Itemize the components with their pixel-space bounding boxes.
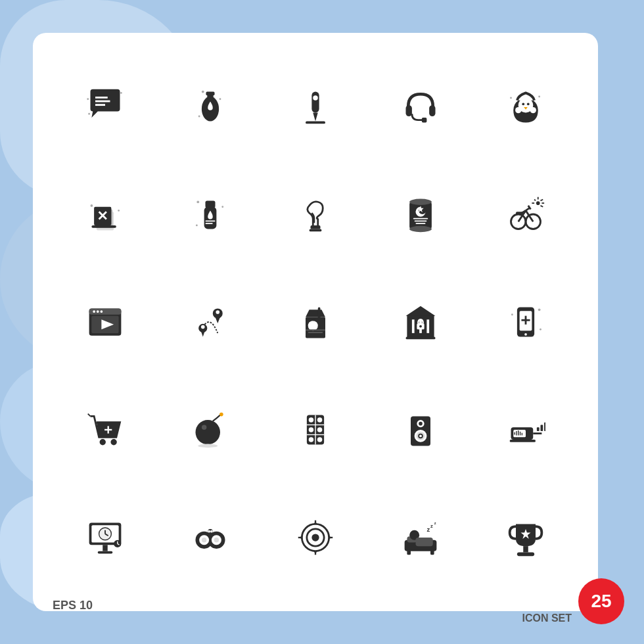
svg-rect-20: [429, 105, 435, 116]
svg-rect-89: [306, 329, 325, 331]
svg-text:z: z: [426, 526, 430, 533]
svg-point-124: [309, 437, 314, 442]
svg-rect-162: [208, 529, 213, 536]
svg-point-107: [100, 439, 106, 445]
icon-water-bottle: [164, 59, 256, 154]
svg-point-37: [118, 210, 120, 212]
svg-point-167: [311, 534, 319, 541]
icon-eid-mubarak: [375, 167, 467, 262]
svg-rect-137: [544, 423, 545, 431]
svg-point-115: [198, 444, 218, 448]
svg-rect-19: [406, 105, 412, 116]
icon-location-pins: [164, 275, 256, 369]
svg-point-122: [309, 427, 314, 432]
icon-game-controller: [164, 490, 256, 585]
svg-rect-179: [416, 538, 433, 546]
svg-line-69: [541, 206, 543, 207]
svg-marker-86: [306, 310, 325, 317]
icon-liquid-bottle: [164, 167, 256, 262]
svg-point-10: [219, 98, 221, 100]
svg-marker-16: [313, 112, 318, 121]
svg-point-114: [202, 425, 207, 430]
svg-rect-186: [517, 553, 534, 557]
svg-rect-17: [306, 122, 325, 124]
icon-delete-files: [59, 167, 151, 262]
svg-rect-144: [510, 440, 536, 442]
svg-point-123: [317, 427, 323, 432]
svg-rect-98: [406, 337, 436, 340]
svg-rect-21: [422, 118, 427, 123]
svg-point-80: [216, 310, 219, 314]
svg-marker-169: [313, 522, 317, 524]
svg-text:z: z: [434, 521, 436, 525]
badge-number: 25: [578, 578, 624, 624]
svg-point-105: [511, 313, 513, 315]
svg-point-27: [530, 107, 536, 113]
icon-energy-bulb: [269, 167, 361, 262]
svg-line-61: [526, 208, 530, 211]
svg-point-120: [309, 417, 314, 423]
svg-marker-92: [406, 306, 436, 316]
icon-set-label: ICON SET: [522, 612, 572, 624]
svg-point-18: [313, 95, 318, 101]
icon-dropper-tool: [269, 59, 361, 154]
icon-speakers: [375, 382, 467, 477]
svg-rect-46: [310, 229, 322, 232]
svg-point-24: [527, 103, 530, 105]
svg-point-108: [110, 439, 116, 445]
svg-point-6: [87, 98, 89, 100]
svg-rect-4: [95, 101, 110, 103]
svg-point-7: [120, 92, 122, 94]
icon-grid: z z z: [59, 59, 572, 585]
svg-point-29: [510, 97, 512, 99]
svg-rect-35: [91, 225, 116, 228]
svg-point-163: [208, 530, 210, 533]
svg-point-28: [538, 96, 540, 98]
svg-point-65: [536, 201, 540, 205]
svg-point-23: [522, 103, 524, 105]
svg-point-164: [210, 530, 213, 533]
icon-bomb: [164, 382, 256, 477]
eps-label: EPS 10: [53, 599, 93, 612]
svg-point-11: [198, 116, 200, 118]
svg-rect-14: [206, 92, 214, 96]
icon-trophy: [480, 490, 572, 585]
svg-point-75: [97, 310, 99, 313]
svg-rect-90: [308, 332, 323, 333]
svg-marker-81: [216, 317, 221, 323]
svg-line-111: [88, 414, 91, 417]
icon-add-phone: [480, 275, 572, 369]
svg-rect-135: [537, 427, 540, 431]
svg-rect-184: [430, 550, 434, 555]
svg-point-97: [419, 325, 422, 328]
icon-juice-box: [269, 275, 361, 369]
svg-point-101: [524, 333, 527, 336]
svg-rect-87: [318, 308, 321, 319]
svg-point-132: [419, 435, 422, 438]
svg-point-128: [419, 422, 423, 426]
svg-rect-44: [206, 223, 213, 224]
svg-point-40: [196, 224, 198, 226]
svg-rect-53: [413, 218, 428, 219]
svg-point-161: [214, 538, 219, 543]
svg-point-48: [409, 199, 432, 205]
svg-rect-138: [513, 430, 526, 437]
svg-point-39: [221, 206, 223, 208]
svg-rect-54: [415, 220, 427, 221]
svg-point-125: [317, 437, 323, 442]
svg-rect-95: [426, 319, 429, 333]
svg-line-70: [534, 200, 536, 201]
icon-video-player: [59, 275, 151, 369]
svg-marker-173: [300, 536, 302, 540]
icon-locked-building: [375, 275, 467, 369]
icon-signal-device: [480, 382, 572, 477]
icon-traffic-light-box: [269, 382, 361, 477]
svg-point-160: [202, 538, 207, 543]
icon-thank-you-message: [59, 59, 151, 154]
svg-point-9: [202, 91, 204, 93]
svg-point-74: [93, 310, 95, 313]
svg-rect-55: [416, 223, 426, 224]
svg-rect-42: [206, 200, 216, 208]
svg-point-36: [91, 204, 93, 207]
svg-point-26: [515, 107, 521, 113]
